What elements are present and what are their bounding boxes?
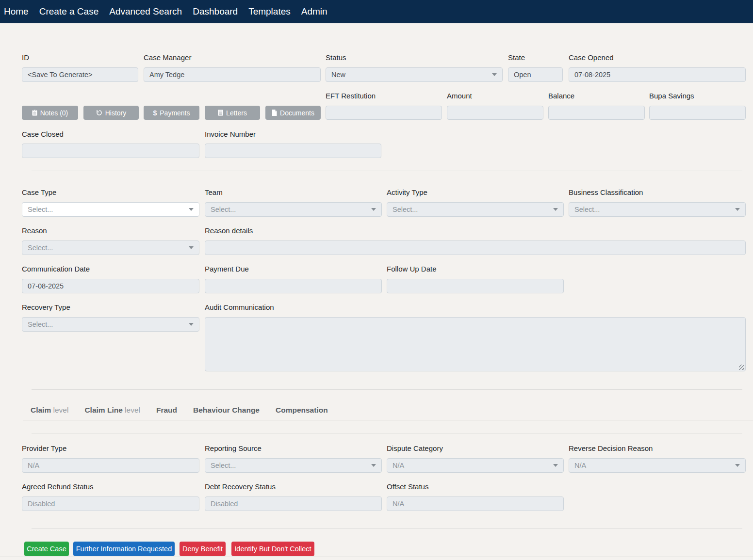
tab-claim-level[interactable]: Claim level bbox=[31, 406, 68, 415]
case-type-select[interactable]: Select... bbox=[22, 202, 199, 217]
agreed-refund-status-field: Disabled bbox=[22, 496, 199, 511]
invoice-number-label: Invoice Number bbox=[205, 130, 256, 138]
nav-dashboard[interactable]: Dashboard bbox=[193, 6, 238, 17]
tab-compensation[interactable]: Compensation bbox=[276, 406, 328, 415]
documents-icon bbox=[272, 110, 277, 116]
team-placeholder: Select... bbox=[211, 206, 236, 213]
nav-create-a-case[interactable]: Create a Case bbox=[39, 6, 99, 17]
case-manager-label: Case Manager bbox=[144, 53, 191, 62]
dispute-category-select: N/A bbox=[387, 458, 564, 473]
reverse-decision-reason-label: Reverse Decision Reason bbox=[569, 444, 653, 452]
follow-up-date-field bbox=[387, 279, 564, 293]
business-classification-placeholder: Select... bbox=[574, 206, 600, 213]
chevron-down-icon bbox=[189, 208, 194, 211]
documents-button[interactable]: Documents bbox=[265, 106, 321, 120]
case-type-placeholder: Select... bbox=[28, 206, 53, 213]
section-divider bbox=[32, 171, 742, 171]
case-manager-field: Amy Tedge bbox=[144, 67, 321, 82]
chevron-down-icon bbox=[492, 73, 497, 76]
eft-restitution-label: EFT Restitution bbox=[326, 92, 376, 100]
page-bottom-divider bbox=[0, 557, 753, 557]
audit-communication-label: Audit Communication bbox=[205, 303, 274, 311]
chevron-down-icon bbox=[735, 464, 740, 467]
payment-due-label: Payment Due bbox=[205, 265, 249, 273]
history-icon bbox=[96, 110, 102, 116]
id-field: <Save To Generate> bbox=[22, 67, 138, 82]
team-label: Team bbox=[205, 188, 223, 196]
business-classification-label: Business Classification bbox=[569, 188, 643, 196]
tab-fraud[interactable]: Fraud bbox=[156, 406, 177, 415]
letters-button[interactable]: Letters bbox=[205, 106, 260, 120]
dispute-category-label: Dispute Category bbox=[387, 444, 443, 452]
chevron-down-icon bbox=[189, 246, 194, 249]
chevron-down-icon bbox=[371, 208, 376, 211]
reason-details-field bbox=[205, 240, 746, 255]
create-case-button[interactable]: Create Case bbox=[24, 542, 69, 556]
case-closed-label: Case Closed bbox=[22, 130, 64, 138]
nav-admin[interactable]: Admin bbox=[301, 6, 327, 17]
chevron-down-icon bbox=[189, 323, 194, 326]
case-opened-label: Case Opened bbox=[569, 53, 614, 62]
case-type-label: Case Type bbox=[22, 188, 56, 196]
follow-up-date-label: Follow Up Date bbox=[387, 265, 437, 273]
nav-home[interactable]: Home bbox=[4, 6, 29, 17]
invoice-number-field bbox=[205, 144, 381, 158]
reporting-source-placeholder: Select... bbox=[211, 462, 236, 469]
status-label: Status bbox=[326, 53, 346, 62]
dollar-icon: $ bbox=[153, 109, 157, 117]
offset-status-field: N/A bbox=[387, 496, 564, 511]
notes-button-label: Notes (0) bbox=[40, 109, 68, 117]
tab-claim-line-level[interactable]: Claim Line level bbox=[84, 406, 140, 415]
documents-button-label: Documents bbox=[280, 109, 314, 117]
section-divider bbox=[32, 528, 742, 529]
state-field: Open bbox=[508, 67, 563, 82]
status-value: New bbox=[331, 71, 345, 79]
provider-type-field: N/A bbox=[22, 458, 199, 473]
reason-label: Reason bbox=[22, 226, 47, 235]
nav-advanced-search[interactable]: Advanced Search bbox=[109, 6, 182, 17]
reverse-decision-reason-select: N/A bbox=[569, 458, 746, 473]
further-information-requested-button[interactable]: Further Information Requested bbox=[73, 542, 175, 556]
recovery-type-label: Recovery Type bbox=[22, 303, 70, 311]
claim-tabs: Claim level Claim Line level Fraud Behav… bbox=[31, 406, 328, 415]
case-page: Home Create a Case Advanced Search Dashb… bbox=[0, 0, 753, 560]
section-divider bbox=[32, 433, 742, 433]
resize-handle[interactable] bbox=[739, 365, 744, 370]
debt-recovery-status-label: Debt Recovery Status bbox=[205, 482, 276, 491]
communication-date-label: Communication Date bbox=[22, 265, 90, 273]
chevron-down-icon bbox=[553, 208, 558, 211]
eft-restitution-field bbox=[326, 106, 442, 120]
identify-but-dont-collect-button[interactable]: Identify But Don't Collect bbox=[231, 542, 314, 556]
team-select: Select... bbox=[205, 202, 382, 217]
communication-date-field: 07-08-2025 bbox=[22, 279, 199, 293]
deny-benefit-button[interactable]: Deny Benefit bbox=[180, 542, 226, 556]
bupa-savings-label: Bupa Savings bbox=[649, 92, 694, 100]
reason-select: Select... bbox=[22, 240, 199, 255]
history-button-label: History bbox=[105, 109, 127, 117]
notes-button[interactable]: Notes (0) bbox=[22, 106, 78, 120]
business-classification-select: Select... bbox=[569, 202, 746, 217]
recovery-type-placeholder: Select... bbox=[28, 320, 53, 328]
agreed-refund-status-label: Agreed Refund Status bbox=[22, 482, 94, 491]
reporting-source-select: Select... bbox=[205, 458, 382, 473]
case-opened-field: 07-08-2025 bbox=[569, 67, 746, 82]
debt-recovery-status-field: Disabled bbox=[205, 496, 382, 511]
history-button[interactable]: History bbox=[83, 106, 139, 120]
audit-communication-textarea[interactable] bbox=[205, 317, 746, 371]
tab-behaviour-change[interactable]: Behaviour Change bbox=[193, 406, 260, 415]
reporting-source-label: Reporting Source bbox=[205, 444, 262, 452]
balance-label: Balance bbox=[548, 92, 574, 100]
amount-field bbox=[447, 106, 543, 120]
bupa-savings-field bbox=[649, 106, 746, 120]
offset-status-label: Offset Status bbox=[387, 482, 428, 491]
payment-due-field bbox=[205, 279, 382, 293]
amount-label: Amount bbox=[447, 92, 472, 100]
status-select[interactable]: New bbox=[326, 67, 503, 82]
reverse-decision-reason-value: N/A bbox=[574, 462, 586, 469]
provider-type-label: Provider Type bbox=[22, 444, 66, 452]
payments-button-label: Payments bbox=[160, 109, 190, 117]
nav-templates[interactable]: Templates bbox=[248, 6, 291, 17]
letters-icon bbox=[218, 110, 223, 116]
payments-button[interactable]: $ Payments bbox=[144, 106, 199, 120]
top-navbar: Home Create a Case Advanced Search Dashb… bbox=[0, 0, 753, 23]
